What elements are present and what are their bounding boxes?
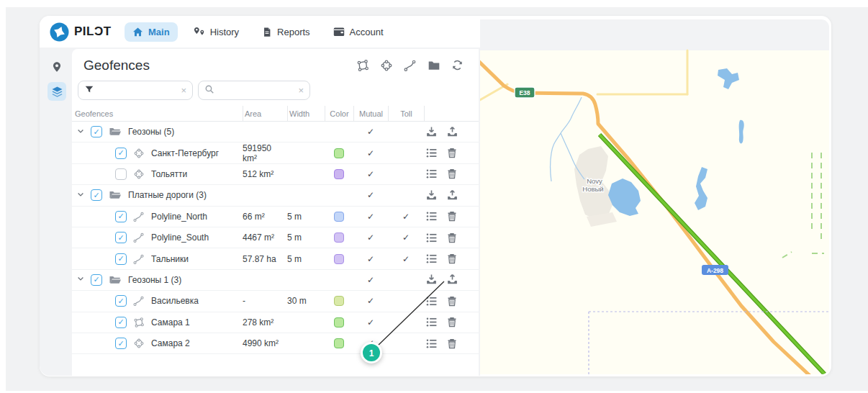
export-icon[interactable] bbox=[446, 274, 458, 286]
map-pin-icon bbox=[51, 61, 63, 73]
chevron-down-icon[interactable] bbox=[76, 190, 86, 201]
brand-name: PILƆT bbox=[74, 24, 112, 39]
row-label: Polyline_South bbox=[151, 232, 209, 243]
row-checkbox[interactable]: ✓ bbox=[115, 253, 127, 265]
row-area: 278 km² bbox=[243, 317, 287, 328]
color-swatch[interactable] bbox=[334, 338, 344, 348]
row-width: 5 m bbox=[287, 232, 325, 243]
table-header: Geofences Area Width Color Mutual Toll bbox=[72, 106, 479, 122]
row-checkbox[interactable]: ✓ bbox=[91, 189, 102, 201]
row-checkbox[interactable]: ✓ bbox=[91, 274, 102, 286]
column-mutual: Mutual bbox=[353, 106, 388, 121]
trash-icon[interactable] bbox=[446, 295, 458, 307]
draw-polyline-icon[interactable] bbox=[404, 59, 417, 72]
draw-polygon-icon[interactable] bbox=[356, 59, 369, 72]
row-checkbox[interactable]: ✓ bbox=[115, 317, 127, 328]
trash-icon[interactable] bbox=[446, 338, 458, 350]
trash-icon[interactable] bbox=[446, 147, 458, 159]
export-icon[interactable] bbox=[446, 126, 458, 138]
panel-toolbar bbox=[356, 59, 464, 72]
details-icon[interactable] bbox=[425, 316, 438, 328]
mutual-check: ✓ bbox=[353, 338, 388, 348]
tab-main[interactable]: Main bbox=[125, 22, 178, 42]
row-checkbox[interactable]: ✓ bbox=[115, 295, 127, 307]
color-swatch[interactable] bbox=[334, 296, 344, 306]
trash-icon[interactable] bbox=[446, 210, 458, 222]
group-row[interactable]: ✓ Геозоны (5) ✓ bbox=[72, 122, 479, 143]
polyline-icon bbox=[133, 211, 145, 222]
details-icon[interactable] bbox=[425, 338, 438, 350]
column-toll: Toll bbox=[388, 106, 424, 121]
row-width: 5 m bbox=[287, 254, 325, 264]
details-icon[interactable] bbox=[425, 210, 438, 222]
row-checkbox[interactable] bbox=[115, 168, 127, 180]
geofence-row[interactable]: ✓ Самара 1 278 km² ✓ bbox=[72, 312, 479, 333]
import-icon[interactable] bbox=[425, 126, 438, 138]
geofence-row[interactable]: ✓ Тальники 57.87 ha 5 m ✓ ✓ bbox=[72, 248, 479, 269]
row-checkbox[interactable]: ✓ bbox=[91, 126, 102, 137]
search-input[interactable] bbox=[219, 86, 298, 96]
app-window: E38 A-298 Novy Новый PILƆT MainHistoryRe… bbox=[40, 16, 831, 376]
svg-text:Novy: Novy bbox=[587, 177, 602, 185]
details-icon[interactable] bbox=[425, 147, 438, 159]
export-icon[interactable] bbox=[446, 189, 458, 202]
row-checkbox[interactable]: ✓ bbox=[115, 148, 127, 159]
mutual-check: ✓ bbox=[353, 169, 388, 179]
tab-reports[interactable]: Reports bbox=[254, 22, 318, 42]
geofence-row[interactable]: ✓ Самара 2 4990 km² ✓ bbox=[72, 333, 479, 354]
panel-title: Geofences bbox=[83, 58, 150, 73]
home-icon bbox=[132, 27, 143, 37]
geofence-row[interactable]: ✓ Polyline_North 66 m² 5 m ✓ ✓ bbox=[72, 207, 479, 227]
search-clear-icon[interactable]: × bbox=[298, 86, 304, 95]
layers-icon bbox=[51, 86, 63, 98]
sidebar-item-geofences[interactable] bbox=[48, 82, 66, 101]
color-swatch[interactable] bbox=[334, 254, 344, 264]
color-swatch[interactable] bbox=[334, 169, 344, 179]
import-icon[interactable] bbox=[425, 189, 438, 202]
refresh-icon[interactable] bbox=[451, 59, 464, 72]
geofence-row[interactable]: ✓ Polyline_South 4467 m² 5 m ✓ ✓ bbox=[72, 227, 479, 248]
details-icon[interactable] bbox=[425, 168, 438, 180]
details-icon[interactable] bbox=[425, 253, 438, 265]
filter-input[interactable] bbox=[99, 86, 181, 96]
draw-circle-icon[interactable] bbox=[380, 59, 393, 72]
folder-icon[interactable] bbox=[428, 59, 440, 72]
map-canvas[interactable]: E38 A-298 Novy Новый bbox=[479, 19, 829, 374]
row-checkbox[interactable]: ✓ bbox=[115, 338, 127, 349]
map-panel[interactable]: E38 A-298 Novy Новый bbox=[479, 19, 829, 374]
trash-icon[interactable] bbox=[446, 253, 458, 265]
tab-account[interactable]: Account bbox=[325, 22, 392, 42]
color-swatch[interactable] bbox=[334, 148, 344, 158]
details-icon[interactable] bbox=[425, 232, 438, 244]
color-swatch[interactable] bbox=[334, 317, 344, 328]
mutual-check: ✓ bbox=[353, 190, 388, 200]
filter-clear-icon[interactable]: × bbox=[181, 86, 186, 95]
mutual-check: ✓ bbox=[353, 296, 388, 306]
row-label: Геозоны 1 (3) bbox=[128, 275, 181, 285]
polyline-icon bbox=[133, 253, 145, 265]
sidebar-item-tracking[interactable] bbox=[48, 58, 66, 76]
group-row[interactable]: ✓ Геозоны 1 (3) ✓ bbox=[72, 270, 479, 291]
color-swatch[interactable] bbox=[334, 232, 344, 243]
geofence-row[interactable]: Тольятти 512 km² ✓ bbox=[72, 164, 479, 185]
filter-icon bbox=[84, 84, 99, 97]
nav-tabs: MainHistoryReportsAccount bbox=[125, 22, 392, 42]
chevron-down-icon[interactable] bbox=[76, 127, 86, 137]
import-icon[interactable] bbox=[425, 274, 438, 286]
row-area: 591950 km² bbox=[243, 143, 287, 163]
row-checkbox[interactable]: ✓ bbox=[115, 232, 127, 243]
geofence-row[interactable]: ✓ Санкт-Петербург 591950 km² ✓ bbox=[72, 143, 479, 163]
trash-icon[interactable] bbox=[446, 232, 458, 244]
color-swatch[interactable] bbox=[334, 212, 344, 222]
trash-icon[interactable] bbox=[446, 316, 458, 328]
tab-history[interactable]: History bbox=[185, 22, 247, 42]
chevron-down-icon[interactable] bbox=[76, 274, 86, 285]
details-icon[interactable] bbox=[425, 295, 438, 307]
group-row[interactable]: ✓ Платные дороги (3) ✓ bbox=[72, 185, 479, 206]
row-checkbox[interactable]: ✓ bbox=[115, 211, 127, 222]
geofence-row[interactable]: ✓ Васильевка - 30 m ✓ bbox=[72, 291, 479, 312]
trash-icon[interactable] bbox=[446, 168, 458, 180]
mutual-check: ✓ bbox=[353, 232, 388, 243]
history-icon bbox=[193, 27, 205, 37]
road-badge-a298: A-298 bbox=[702, 265, 728, 275]
